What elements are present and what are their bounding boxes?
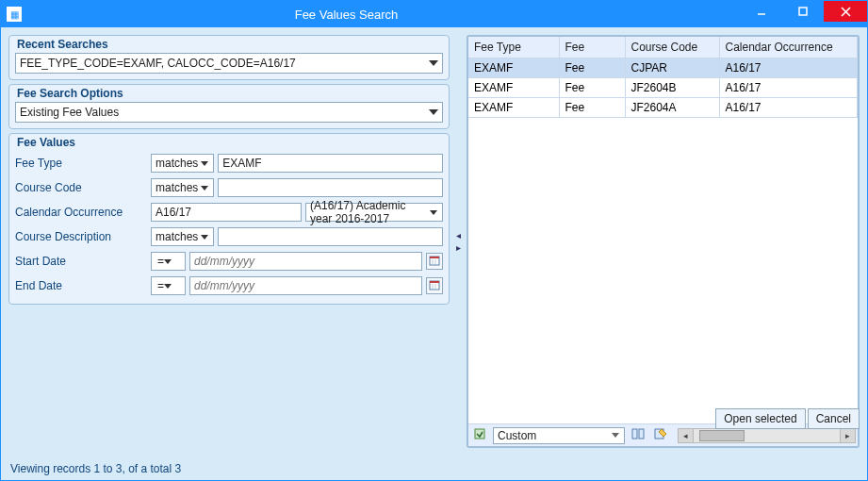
svg-marker-4 <box>429 60 438 66</box>
svg-marker-7 <box>201 186 208 191</box>
table-row[interactable]: EXAMFFeeJF2604BA16/17 <box>468 77 858 97</box>
chevron-down-icon <box>427 205 440 220</box>
chevron-left-icon: ◂ <box>456 230 461 240</box>
results-table-wrap: Fee Type Fee Course Code Calendar Occurr… <box>467 35 860 448</box>
svg-marker-5 <box>429 109 438 115</box>
fee-search-options-value: Existing Fee Values <box>20 106 119 119</box>
calendar-icon <box>429 255 440 269</box>
table-cell: EXAMF <box>468 77 559 97</box>
table-cell: JF2604A <box>625 97 719 117</box>
table-cell: EXAMF <box>468 58 559 77</box>
svg-marker-8 <box>430 210 437 215</box>
course-description-input[interactable] <box>218 227 443 246</box>
start-date-input[interactable] <box>189 252 422 271</box>
col-course-code[interactable]: Course Code <box>625 37 719 58</box>
scroll-thumb[interactable] <box>699 430 745 441</box>
table-cell: JF2604B <box>625 77 719 97</box>
chevron-down-icon <box>427 105 440 120</box>
svg-rect-23 <box>639 429 644 439</box>
calendar-occurrence-code-input[interactable] <box>151 203 302 222</box>
fee-search-options-select[interactable]: Existing Fee Values <box>15 102 443 123</box>
scroll-right-icon[interactable]: ▸ <box>840 429 855 442</box>
chevron-down-icon <box>198 156 211 171</box>
chevron-down-icon <box>164 284 172 289</box>
chevron-down-icon <box>198 180 211 195</box>
course-code-operator[interactable]: matches <box>151 178 214 197</box>
results-panel: Fee Type Fee Course Code Calendar Occurr… <box>467 35 860 448</box>
window-controls <box>741 1 867 27</box>
course-description-operator[interactable]: matches <box>151 227 214 246</box>
end-date-row: End Date = <box>15 274 443 298</box>
calendar-occurrence-label: Calendar Occurrence <box>15 206 147 219</box>
svg-marker-6 <box>201 161 208 166</box>
course-code-row: Course Code matches <box>15 175 443 200</box>
start-date-row: Start Date = <box>15 249 443 274</box>
table-cell: Fee <box>559 58 625 77</box>
fee-search-options-group: Fee Search Options Existing Fee Values <box>8 84 450 129</box>
fee-search-options-heading: Fee Search Options <box>17 87 123 100</box>
calendar-occurrence-row: Calendar Occurrence (A16/17) Academic ye… <box>15 200 443 224</box>
window-title: Fee Values Search <box>27 8 741 22</box>
columns-icon <box>631 427 645 443</box>
recent-searches-select[interactable]: FEE_TYPE_CODE=EXAMF, CALOCC_CODE=A16/17 <box>15 53 443 74</box>
course-code-input[interactable] <box>218 178 443 197</box>
end-date-label: End Date <box>15 279 147 292</box>
chevron-down-icon <box>427 56 440 71</box>
col-fee-type[interactable]: Fee Type <box>468 37 559 58</box>
edit-icon <box>654 427 667 443</box>
export-icon <box>473 427 486 443</box>
edit-columns-button[interactable] <box>651 426 670 445</box>
end-date-calendar-button[interactable] <box>426 277 443 294</box>
search-panel: Recent Searches FEE_TYPE_CODE=EXAMF, CAL… <box>8 35 450 448</box>
splitter[interactable]: ◂ ▸ <box>453 35 463 448</box>
svg-marker-15 <box>164 284 172 289</box>
recent-searches-group: Recent Searches FEE_TYPE_CODE=EXAMF, CAL… <box>8 35 450 80</box>
start-date-calendar-button[interactable] <box>426 253 443 270</box>
export-button[interactable] <box>470 426 489 445</box>
main-content: Recent Searches FEE_TYPE_CODE=EXAMF, CAL… <box>1 27 867 456</box>
fee-type-input[interactable] <box>218 154 443 173</box>
minimize-button[interactable] <box>741 1 782 22</box>
chevron-down-icon <box>609 428 622 443</box>
results-table-empty-area <box>468 118 858 424</box>
calendar-occurrence-desc-value: (A16/17) Academic year 2016-2017 <box>310 199 427 225</box>
table-row[interactable]: EXAMFFeeCJPARA16/17 <box>468 58 858 77</box>
table-cell: A16/17 <box>719 77 858 97</box>
fee-values-heading: Fee Values <box>17 136 75 149</box>
end-date-operator[interactable]: = <box>151 276 186 295</box>
results-header-row: Fee Type Fee Course Code Calendar Occurr… <box>468 37 858 58</box>
course-description-row: Course Description matches <box>15 224 443 249</box>
columns-button[interactable] <box>629 426 647 445</box>
close-button[interactable] <box>824 1 867 22</box>
status-bar: Viewing records 1 to 3, of a total 3 <box>1 457 867 480</box>
svg-rect-17 <box>430 281 439 283</box>
view-mode-select[interactable]: Custom <box>493 427 625 444</box>
col-cal-occ[interactable]: Calendar Occurrence <box>719 37 858 58</box>
open-selected-button[interactable]: Open selected <box>715 408 805 429</box>
table-cell: EXAMF <box>468 97 559 117</box>
fee-type-row: Fee Type matches <box>15 151 443 175</box>
recent-searches-value: FEE_TYPE_CODE=EXAMF, CALOCC_CODE=A16/17 <box>20 57 296 70</box>
table-cell: Fee <box>559 77 625 97</box>
table-row[interactable]: EXAMFFeeJF2604AA16/17 <box>468 97 858 117</box>
cancel-button[interactable]: Cancel <box>808 408 860 429</box>
svg-rect-12 <box>430 257 439 258</box>
chevron-down-icon <box>198 229 211 244</box>
fee-values-group: Fee Values Fee Type matches Course Code … <box>8 133 450 305</box>
chevron-down-icon <box>164 259 172 264</box>
titlebar: ▦ Fee Values Search <box>1 1 867 27</box>
system-menu-icon[interactable]: ▦ <box>7 7 22 22</box>
scroll-left-icon[interactable]: ◂ <box>679 429 694 442</box>
calendar-occurrence-desc-select[interactable]: (A16/17) Academic year 2016-2017 <box>305 203 443 222</box>
svg-rect-1 <box>799 8 807 15</box>
fee-type-operator[interactable]: matches <box>151 154 214 173</box>
status-text: Viewing records 1 to 3, of a total 3 <box>10 462 181 475</box>
start-date-operator[interactable]: = <box>151 252 186 271</box>
col-fee[interactable]: Fee <box>559 37 625 58</box>
chevron-right-icon: ▸ <box>456 242 461 253</box>
horizontal-scrollbar[interactable]: ◂ ▸ <box>678 428 856 443</box>
end-date-input[interactable] <box>189 276 422 295</box>
results-table: Fee Type Fee Course Code Calendar Occurr… <box>468 37 858 118</box>
maximize-button[interactable] <box>782 1 824 22</box>
svg-rect-22 <box>632 429 637 439</box>
